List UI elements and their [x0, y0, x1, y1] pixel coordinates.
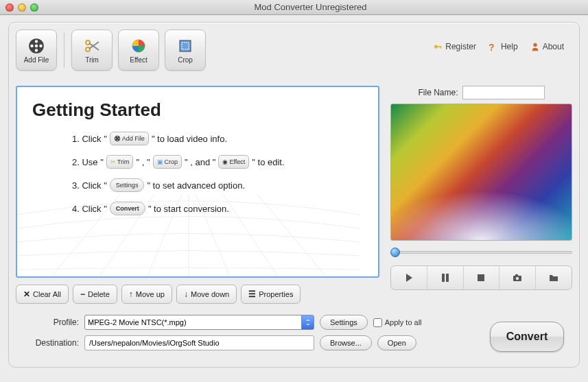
profile-value: MPEG-2 Movie NTSC(*.mpg): [88, 318, 187, 326]
svg-rect-20: [442, 274, 445, 282]
file-list-toolbar: ✕Clear All −Delete ↑Move up ↓Move down ☰…: [16, 285, 379, 304]
scissors-icon: [82, 37, 102, 55]
svg-point-3: [35, 49, 38, 51]
bottom-panel: Profile: MPEG-2 Movie NTSC(*.mpg) Settin…: [16, 315, 572, 350]
getting-started-title: Getting Started: [32, 99, 363, 121]
register-link[interactable]: Register: [433, 42, 476, 51]
key-icon: [433, 42, 443, 51]
mini-add-file: Add File: [110, 132, 149, 145]
minus-icon: −: [80, 289, 85, 299]
snapshot-button[interactable]: [499, 266, 536, 289]
svg-point-4: [30, 44, 33, 47]
move-down-button[interactable]: ↓Move down: [176, 285, 237, 304]
step-3: 3. Click " Settings " to set advanced op…: [72, 178, 363, 192]
playback-controls: [390, 265, 572, 290]
file-name-label: File Name:: [418, 88, 458, 97]
mini-settings: Settings: [110, 178, 145, 192]
getting-started-panel: Getting Started 1. Click " Add File " to…: [16, 86, 379, 278]
svg-point-5: [35, 44, 38, 47]
play-button[interactable]: [391, 266, 427, 289]
seek-slider[interactable]: [390, 248, 572, 257]
trim-button[interactable]: Trim: [71, 29, 113, 71]
zoom-window-button[interactable]: [30, 3, 38, 12]
film-reel-icon: [27, 37, 46, 55]
toolbar-separator: [64, 32, 64, 68]
getting-started-steps: 1. Click " Add File " to load video info…: [72, 132, 363, 215]
video-preview: [390, 104, 572, 241]
svg-point-19: [115, 138, 117, 139]
step-4: 4. Click " Convert " to start conversion…: [72, 202, 363, 215]
apply-to-all-checkbox[interactable]: Apply to all: [373, 318, 422, 327]
open-folder-button[interactable]: [536, 266, 572, 289]
titlebar: Mod Converter Unregistered: [0, 0, 588, 15]
svg-point-24: [516, 277, 519, 280]
header-links: Register ? Help About: [433, 29, 572, 51]
color-wheel-icon: [129, 37, 148, 55]
convert-button[interactable]: Convert: [490, 322, 564, 352]
minimize-window-button[interactable]: [18, 3, 26, 12]
open-button[interactable]: Open: [377, 335, 416, 350]
arrow-up-icon: ↑: [129, 289, 133, 299]
profile-label: Profile:: [17, 318, 79, 327]
close-window-button[interactable]: [5, 3, 14, 12]
effect-button[interactable]: Effect: [118, 29, 159, 71]
list-icon: ☰: [248, 289, 256, 299]
profile-combo[interactable]: MPEG-2 Movie NTSC(*.mpg): [84, 315, 314, 330]
file-name-input[interactable]: [462, 86, 545, 99]
svg-point-18: [117, 140, 118, 141]
svg-rect-9: [180, 40, 191, 51]
destination-row: Destination: Browse... Open: [17, 335, 571, 350]
window-title: Mod Converter Unregistered: [38, 2, 583, 12]
x-icon: ✕: [23, 289, 30, 299]
svg-point-1: [35, 40, 38, 43]
destination-input[interactable]: [84, 335, 314, 350]
apply-to-all-input[interactable]: [373, 318, 382, 327]
arrow-down-icon: ↓: [184, 289, 188, 299]
mini-effect: ◉Effect: [218, 155, 249, 169]
svg-rect-13: [440, 46, 442, 49]
mini-trim: ✂Trim: [106, 155, 134, 169]
mini-convert: Convert: [110, 202, 145, 215]
svg-point-16: [117, 136, 118, 138]
add-file-button[interactable]: Add File: [16, 29, 57, 71]
move-up-button[interactable]: ↑Move up: [121, 285, 172, 304]
help-link[interactable]: ? Help: [489, 42, 518, 51]
svg-rect-22: [478, 274, 484, 281]
svg-rect-21: [446, 274, 449, 282]
pause-button[interactable]: [427, 266, 464, 289]
about-link[interactable]: About: [530, 42, 564, 51]
person-icon: [530, 42, 540, 51]
svg-rect-25: [515, 274, 518, 276]
svg-point-2: [39, 44, 42, 47]
stop-button[interactable]: [464, 266, 500, 289]
question-icon: ?: [489, 42, 498, 51]
window-controls: [5, 3, 38, 12]
combo-arrow-icon: [301, 315, 314, 329]
settings-button[interactable]: Settings: [320, 315, 368, 330]
mini-crop: ▣Crop: [153, 155, 183, 169]
destination-label: Destination:: [17, 338, 79, 348]
file-name-row: File Name:: [390, 86, 572, 99]
toolbar: Add File Trim Effect Crop: [16, 29, 572, 80]
step-2: 2. Use " ✂Trim " , " ▣Crop " , and " ◉Ef…: [72, 155, 363, 169]
profile-row: Profile: MPEG-2 Movie NTSC(*.mpg) Settin…: [17, 315, 571, 330]
delete-button[interactable]: −Delete: [73, 285, 117, 304]
clear-all-button[interactable]: ✕Clear All: [16, 285, 69, 304]
main-panel: Add File Trim Effect Crop: [8, 22, 580, 368]
properties-button[interactable]: ☰Properties: [241, 285, 301, 304]
seek-thumb[interactable]: [390, 248, 400, 257]
svg-point-14: [533, 43, 537, 47]
crop-button[interactable]: Crop: [165, 29, 206, 71]
svg-point-17: [119, 138, 120, 139]
crop-icon: [176, 37, 195, 55]
seek-track: [390, 251, 572, 254]
step-1: 1. Click " Add File " to load video info…: [72, 132, 363, 145]
browse-button[interactable]: Browse...: [320, 335, 372, 350]
